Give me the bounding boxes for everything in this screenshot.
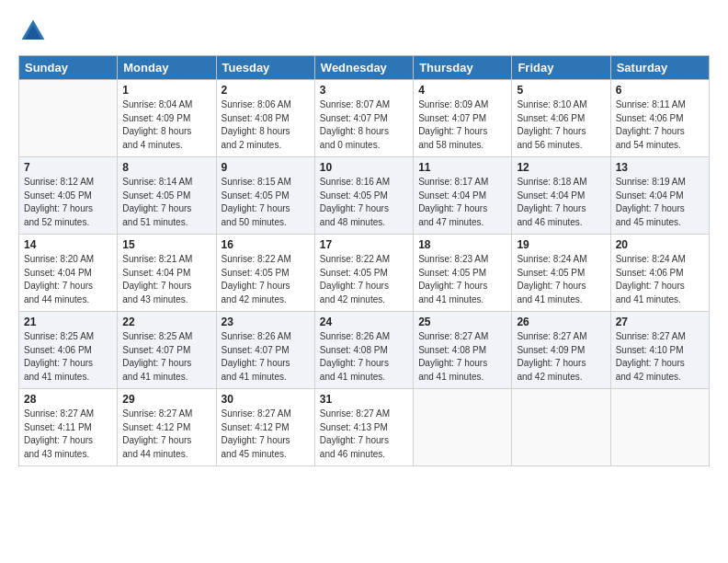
day-number: 19 — [517, 238, 605, 251]
calendar-cell: 29Sunrise: 8:27 AMSunset: 4:12 PMDayligh… — [118, 389, 216, 466]
day-number: 26 — [517, 316, 605, 328]
day-number: 4 — [418, 84, 506, 97]
day-info: Sunrise: 8:10 AMSunset: 4:06 PMDaylight:… — [517, 98, 605, 152]
calendar-cell: 5Sunrise: 8:10 AMSunset: 4:06 PMDaylight… — [512, 80, 610, 157]
day-number: 7 — [24, 161, 112, 174]
day-number: 20 — [616, 238, 704, 251]
day-info: Sunrise: 8:22 AMSunset: 4:05 PMDaylight:… — [222, 253, 310, 306]
calendar-cell: 24Sunrise: 8:26 AMSunset: 4:08 PMDayligh… — [314, 312, 413, 389]
day-info: Sunrise: 8:07 AMSunset: 4:07 PMDaylight:… — [320, 98, 408, 152]
day-info: Sunrise: 8:27 AMSunset: 4:09 PMDaylight:… — [517, 330, 605, 384]
calendar-cell: 13Sunrise: 8:19 AMSunset: 4:04 PMDayligh… — [610, 157, 709, 235]
logo-icon — [18, 17, 48, 46]
week-row-5: 28Sunrise: 8:27 AMSunset: 4:11 PMDayligh… — [19, 389, 710, 466]
day-header-saturday: Saturday — [610, 56, 709, 80]
calendar-cell — [512, 389, 610, 466]
day-number: 21 — [24, 316, 112, 328]
day-number: 2 — [222, 84, 310, 97]
day-info: Sunrise: 8:22 AMSunset: 4:05 PMDaylight:… — [320, 253, 408, 306]
day-number: 6 — [616, 84, 704, 97]
day-number: 29 — [122, 393, 210, 406]
day-info: Sunrise: 8:24 AMSunset: 4:05 PMDaylight:… — [517, 253, 605, 306]
day-number: 11 — [418, 161, 506, 174]
day-number: 17 — [320, 238, 408, 251]
day-info: Sunrise: 8:19 AMSunset: 4:04 PMDaylight:… — [616, 176, 704, 229]
day-info: Sunrise: 8:09 AMSunset: 4:07 PMDaylight:… — [418, 98, 506, 152]
calendar-cell: 3Sunrise: 8:07 AMSunset: 4:07 PMDaylight… — [314, 80, 413, 157]
calendar-cell: 23Sunrise: 8:26 AMSunset: 4:07 PMDayligh… — [216, 312, 314, 389]
day-header-wednesday: Wednesday — [314, 56, 413, 80]
day-number: 16 — [222, 238, 310, 251]
calendar-cell — [610, 389, 709, 466]
calendar-cell: 2Sunrise: 8:06 AMSunset: 4:08 PMDaylight… — [216, 80, 314, 157]
page: SundayMondayTuesdayWednesdayThursdayFrid… — [0, 0, 728, 563]
calendar-cell: 19Sunrise: 8:24 AMSunset: 4:05 PMDayligh… — [512, 235, 610, 312]
week-row-3: 14Sunrise: 8:20 AMSunset: 4:04 PMDayligh… — [19, 235, 710, 312]
day-info: Sunrise: 8:14 AMSunset: 4:05 PMDaylight:… — [122, 176, 210, 229]
day-number: 10 — [320, 161, 408, 174]
calendar-cell: 22Sunrise: 8:25 AMSunset: 4:07 PMDayligh… — [118, 312, 216, 389]
logo — [18, 17, 51, 46]
calendar-cell: 11Sunrise: 8:17 AMSunset: 4:04 PMDayligh… — [414, 157, 512, 235]
day-info: Sunrise: 8:23 AMSunset: 4:05 PMDaylight:… — [418, 253, 506, 306]
calendar-cell: 8Sunrise: 8:14 AMSunset: 4:05 PMDaylight… — [118, 157, 216, 235]
calendar-cell: 6Sunrise: 8:11 AMSunset: 4:06 PMDaylight… — [610, 80, 709, 157]
week-row-1: 1Sunrise: 8:04 AMSunset: 4:09 PMDaylight… — [19, 80, 710, 157]
day-info: Sunrise: 8:04 AMSunset: 4:09 PMDaylight:… — [122, 98, 210, 152]
day-number: 24 — [320, 316, 408, 328]
day-number: 15 — [122, 238, 210, 251]
calendar-cell: 26Sunrise: 8:27 AMSunset: 4:09 PMDayligh… — [512, 312, 610, 389]
day-number: 13 — [616, 161, 704, 174]
calendar-cell — [414, 389, 512, 466]
header — [18, 17, 710, 46]
week-row-2: 7Sunrise: 8:12 AMSunset: 4:05 PMDaylight… — [19, 157, 710, 235]
calendar-cell: 10Sunrise: 8:16 AMSunset: 4:05 PMDayligh… — [314, 157, 413, 235]
day-info: Sunrise: 8:16 AMSunset: 4:05 PMDaylight:… — [320, 176, 408, 229]
day-header-sunday: Sunday — [19, 56, 118, 80]
day-info: Sunrise: 8:06 AMSunset: 4:08 PMDaylight:… — [222, 98, 310, 152]
day-number: 5 — [517, 84, 605, 97]
day-info: Sunrise: 8:24 AMSunset: 4:06 PMDaylight:… — [616, 253, 704, 306]
calendar-cell: 31Sunrise: 8:27 AMSunset: 4:13 PMDayligh… — [314, 389, 413, 466]
calendar-header-row: SundayMondayTuesdayWednesdayThursdayFrid… — [19, 56, 710, 80]
day-info: Sunrise: 8:26 AMSunset: 4:08 PMDaylight:… — [320, 330, 408, 384]
week-row-4: 21Sunrise: 8:25 AMSunset: 4:06 PMDayligh… — [19, 312, 710, 389]
day-info: Sunrise: 8:27 AMSunset: 4:12 PMDaylight:… — [222, 408, 310, 461]
day-number: 1 — [122, 84, 210, 97]
day-info: Sunrise: 8:18 AMSunset: 4:04 PMDaylight:… — [517, 176, 605, 229]
calendar-cell: 21Sunrise: 8:25 AMSunset: 4:06 PMDayligh… — [19, 312, 118, 389]
day-number: 22 — [122, 316, 210, 328]
calendar-cell: 30Sunrise: 8:27 AMSunset: 4:12 PMDayligh… — [216, 389, 314, 466]
calendar-table: SundayMondayTuesdayWednesdayThursdayFrid… — [18, 55, 710, 466]
day-header-friday: Friday — [512, 56, 610, 80]
day-info: Sunrise: 8:15 AMSunset: 4:05 PMDaylight:… — [222, 176, 310, 229]
day-number: 25 — [418, 316, 506, 328]
day-number: 30 — [222, 393, 310, 406]
day-info: Sunrise: 8:12 AMSunset: 4:05 PMDaylight:… — [24, 176, 112, 229]
calendar-cell: 25Sunrise: 8:27 AMSunset: 4:08 PMDayligh… — [414, 312, 512, 389]
calendar-cell: 12Sunrise: 8:18 AMSunset: 4:04 PMDayligh… — [512, 157, 610, 235]
calendar-cell: 20Sunrise: 8:24 AMSunset: 4:06 PMDayligh… — [610, 235, 709, 312]
day-header-monday: Monday — [118, 56, 216, 80]
day-number: 9 — [222, 161, 310, 174]
calendar-cell — [19, 80, 118, 157]
day-info: Sunrise: 8:25 AMSunset: 4:06 PMDaylight:… — [24, 330, 112, 384]
day-info: Sunrise: 8:17 AMSunset: 4:04 PMDaylight:… — [418, 176, 506, 229]
calendar-cell: 14Sunrise: 8:20 AMSunset: 4:04 PMDayligh… — [19, 235, 118, 312]
day-info: Sunrise: 8:27 AMSunset: 4:11 PMDaylight:… — [24, 408, 112, 461]
day-info: Sunrise: 8:21 AMSunset: 4:04 PMDaylight:… — [122, 253, 210, 306]
day-info: Sunrise: 8:27 AMSunset: 4:13 PMDaylight:… — [320, 408, 408, 461]
day-number: 28 — [24, 393, 112, 406]
day-number: 8 — [122, 161, 210, 174]
day-number: 23 — [222, 316, 310, 328]
day-number: 18 — [418, 238, 506, 251]
day-number: 3 — [320, 84, 408, 97]
day-number: 12 — [517, 161, 605, 174]
day-header-tuesday: Tuesday — [216, 56, 314, 80]
calendar-cell: 17Sunrise: 8:22 AMSunset: 4:05 PMDayligh… — [314, 235, 413, 312]
day-info: Sunrise: 8:27 AMSunset: 4:08 PMDaylight:… — [418, 330, 506, 384]
calendar-cell: 18Sunrise: 8:23 AMSunset: 4:05 PMDayligh… — [414, 235, 512, 312]
day-info: Sunrise: 8:25 AMSunset: 4:07 PMDaylight:… — [122, 330, 210, 384]
day-number: 31 — [320, 393, 408, 406]
calendar-cell: 1Sunrise: 8:04 AMSunset: 4:09 PMDaylight… — [118, 80, 216, 157]
